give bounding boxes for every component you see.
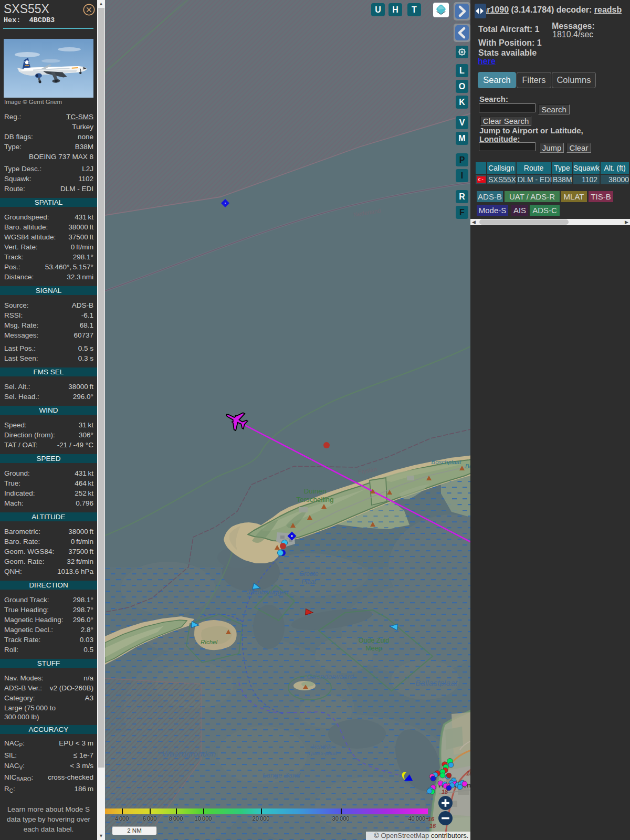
- svg-text:Richel: Richel: [201, 639, 217, 645]
- svg-text:Duinen: Duinen: [304, 487, 327, 495]
- svg-text:Tjaars-plaat: Tjaars-plaat: [308, 750, 338, 756]
- svg-text:Terschelling: Terschelling: [296, 496, 333, 503]
- svg-text:16: 16: [429, 823, 436, 829]
- svg-text:Waardgronden: Waardgronden: [162, 749, 216, 758]
- svg-text:Groote: Groote: [299, 570, 319, 578]
- svg-text:Ballastplaat: Ballastplaat: [415, 678, 458, 687]
- svg-text:Hendrik-: Hendrik-: [312, 743, 333, 750]
- svg-text:15: 15: [466, 770, 470, 776]
- svg-text:Bosch: Bosch: [465, 463, 470, 469]
- svg-text:Plaat: Plaat: [301, 578, 316, 585]
- svg-text:Oude Zuid: Oude Zuid: [359, 637, 389, 644]
- svg-text:Grienderwaard: Grienderwaard: [307, 673, 354, 680]
- svg-text:16: 16: [428, 816, 435, 822]
- svg-text:Boschplaat: Boschplaat: [432, 459, 462, 465]
- svg-text:Meep: Meep: [365, 645, 382, 652]
- svg-text:Jacobsruggen: Jacobsruggen: [247, 589, 289, 596]
- svg-text:Lange Zand: Lange Zand: [262, 771, 301, 779]
